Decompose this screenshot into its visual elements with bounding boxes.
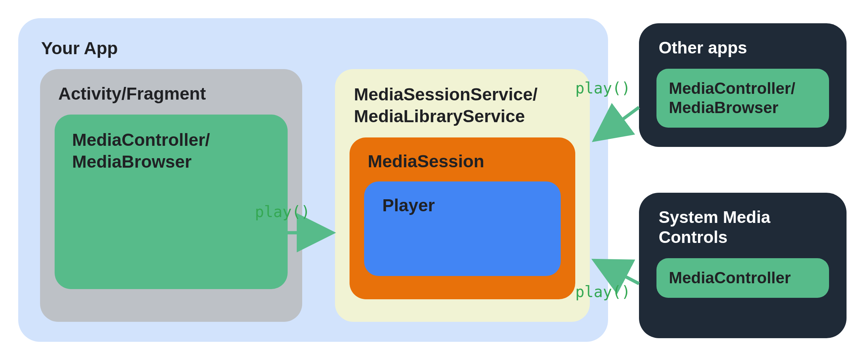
media-service-box: MediaSessionService/MediaLibraryService … — [335, 69, 590, 322]
other-apps-controller-label: MediaController/MediaBrowser — [656, 69, 829, 128]
your-app-controller-label: MediaController/MediaBrowser — [72, 129, 273, 173]
media-session-box: MediaSession Player — [350, 137, 575, 299]
player-box: Player — [364, 181, 561, 276]
other-apps-title: Other apps — [659, 38, 829, 58]
your-app-controller-box: MediaController/MediaBrowser — [55, 115, 288, 289]
play-label-1: play() — [255, 203, 310, 221]
activity-fragment-box: Activity/Fragment MediaController/MediaB… — [40, 69, 302, 322]
system-controls-controller-label: MediaController — [656, 258, 829, 298]
media-session-title: MediaSession — [368, 151, 561, 171]
system-controls-title: System MediaControls — [659, 207, 829, 247]
play-label-2: play() — [575, 79, 631, 97]
other-apps-box: Other apps MediaController/MediaBrowser — [639, 23, 847, 147]
activity-fragment-title: Activity/Fragment — [58, 84, 288, 104]
system-controls-box: System MediaControls MediaController — [639, 193, 847, 338]
play-label-3: play() — [575, 283, 631, 301]
media-service-title: MediaSessionService/MediaLibraryService — [354, 84, 575, 127]
diagram-canvas: Your App Activity/Fragment MediaControll… — [0, 0, 868, 360]
player-title: Player — [382, 195, 546, 215]
your-app-title: Your App — [41, 38, 588, 58]
